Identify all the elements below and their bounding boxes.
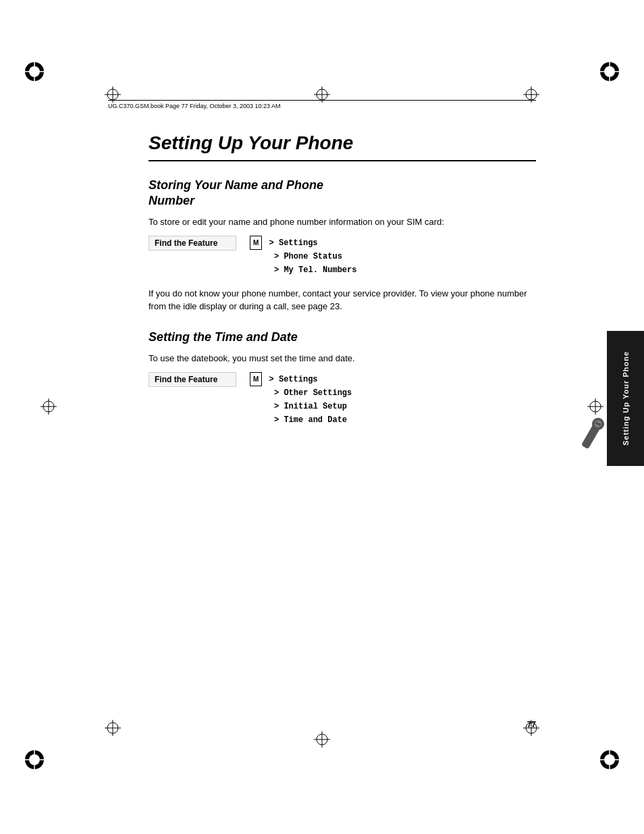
file-info-bar: UG.C370.GSM.book Page 77 Friday, October… (108, 100, 536, 109)
main-content: Setting Up Your Phone Storing Your Name … (149, 132, 536, 712)
section-heading-storing: Storing Your Name and Phone Number (149, 178, 536, 209)
section-after-text-storing: If you do not know your phone number, co… (149, 287, 536, 313)
circle-registration-mark (24, 749, 45, 773)
file-info-text: UG.C370.GSM.book Page 77 Friday, October… (108, 103, 280, 109)
circle-registration-mark (24, 61, 45, 85)
side-tab-text: Setting Up Your Phone (622, 351, 630, 446)
section-body-time-date: To use the datebook, you must set the ti… (149, 352, 536, 365)
section-time-date: Setting the Time and Date To use the dat… (149, 330, 536, 427)
section-body-storing: To store or edit your name and phone num… (149, 215, 536, 229)
find-feature-label-time-date: Find the Feature (149, 372, 236, 387)
find-feature-row-storing: Find the Feature M > Settings > Phone St… (149, 236, 536, 278)
page-number: 77 (527, 720, 536, 729)
crosshair-registration (314, 731, 330, 748)
crosshair-registration (41, 398, 57, 415)
side-tab: Setting Up Your Phone (607, 331, 644, 466)
page-container: UG.C370.GSM.book Page 77 Friday, October… (0, 0, 644, 834)
menu-icon-time-date: M (250, 372, 262, 386)
crosshair-registration (105, 720, 121, 736)
feature-path-storing: M > Settings > Phone Status > My Tel. Nu… (250, 236, 356, 278)
find-feature-row-time-date: Find the Feature M > Settings > Other Se… (149, 372, 536, 427)
circle-registration-mark (599, 61, 620, 85)
feature-path-time-date: M > Settings > Other Settings > Initial … (250, 372, 352, 427)
menu-icon-storing: M (250, 236, 262, 250)
page-title: Setting Up Your Phone (149, 132, 536, 161)
section-storing: Storing Your Name and Phone Number To st… (149, 178, 536, 313)
find-feature-label-storing: Find the Feature (149, 236, 236, 251)
section-heading-time-date: Setting the Time and Date (149, 330, 536, 345)
wrench-icon (573, 412, 607, 452)
circle-registration-mark (599, 749, 620, 773)
